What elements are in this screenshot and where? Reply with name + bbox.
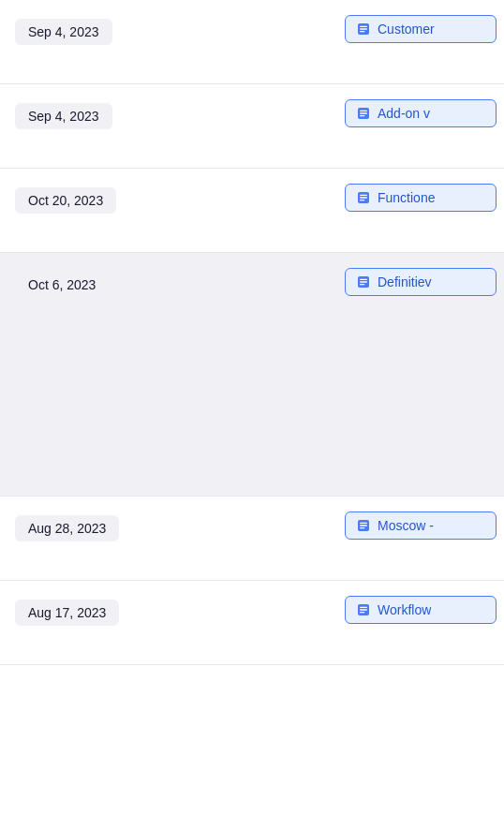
date-badge: Sep 4, 2023 [15, 19, 112, 45]
tag-cell: Functione [337, 169, 504, 227]
tag-label: Add-on v [378, 106, 430, 121]
tag-label: Definitiev [378, 274, 432, 289]
date-badge: Sep 4, 2023 [15, 103, 112, 129]
tag-label: Moscow - [378, 518, 434, 533]
document-icon [355, 105, 372, 122]
table-row: Sep 4, 2023 Customer [0, 0, 504, 84]
date-cell: Oct 20, 2023 [0, 169, 337, 232]
table-row: Aug 28, 2023 Moscow - [0, 496, 504, 581]
table-row: Oct 20, 2023 Functione [0, 169, 504, 253]
document-icon [355, 601, 372, 618]
table-row: Sep 4, 2023 Add-on v [0, 84, 504, 169]
document-icon [355, 21, 372, 37]
document-icon [355, 274, 372, 290]
table-row: Aug 17, 2023 Workflow [0, 581, 504, 665]
tag-label: Workflow [378, 602, 431, 617]
date-cell: Aug 17, 2023 [0, 581, 337, 645]
tag-cell: Moscow - [337, 496, 504, 555]
date-badge: Aug 17, 2023 [15, 600, 119, 626]
tag-badge[interactable]: Functione [345, 184, 497, 212]
tag-badge[interactable]: Moscow - [345, 511, 497, 540]
document-icon [355, 189, 372, 206]
document-icon [355, 517, 372, 534]
tag-cell: Definitiev [337, 253, 504, 311]
date-cell: Oct 6, 2023 [0, 253, 337, 317]
date-cell: Sep 4, 2023 [0, 84, 337, 148]
date-cell: Sep 4, 2023 [0, 0, 337, 64]
tag-cell: Customer [337, 0, 504, 58]
tag-badge[interactable]: Customer [345, 15, 497, 43]
date-badge: Oct 20, 2023 [15, 187, 116, 214]
tag-badge[interactable]: Workflow [345, 596, 497, 624]
table-container: Sep 4, 2023 CustomerSep 4, 2023 Add-on v… [0, 0, 504, 665]
tag-badge[interactable]: Definitiev [345, 268, 497, 296]
date-badge: Aug 28, 2023 [15, 515, 119, 541]
tag-cell: Workflow [337, 581, 504, 639]
tag-badge[interactable]: Add-on v [345, 99, 497, 127]
date-cell: Aug 28, 2023 [0, 496, 337, 560]
table-row: Oct 6, 2023 Definitiev [0, 253, 504, 496]
date-badge: Oct 6, 2023 [15, 272, 109, 298]
tag-label: Functione [378, 190, 435, 205]
tag-cell: Add-on v [337, 84, 504, 142]
tag-label: Customer [378, 22, 435, 37]
